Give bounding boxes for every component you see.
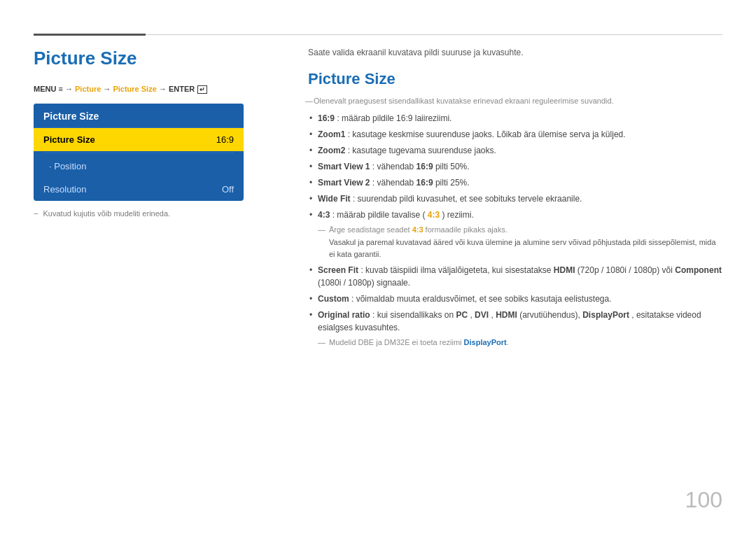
sub-note-1: Ärge seadistage seadet 4:3 formaadile pi… — [318, 225, 722, 234]
bullet-screenfit-text3: (1080i / 1080p) signaale. — [318, 278, 410, 288]
bullet-original-hdmi: HDMI — [496, 310, 517, 320]
page-number: 100 — [685, 487, 722, 513]
item-label-position: · Position — [43, 161, 86, 171]
sub-note-2: Vasakul ja paremal kuvatavad ääred või k… — [329, 237, 722, 260]
bullet-43: 4:3 : määrab pildile tavalise ( 4:3 ) re… — [308, 209, 722, 221]
bullet-original-bold: Original ratio — [318, 310, 370, 320]
enter-icon: ↵ — [197, 85, 207, 94]
picture-link: Picture — [75, 85, 101, 93]
bullet-43-bold: 4:3 — [318, 210, 330, 220]
top-line-light — [146, 34, 722, 35]
bullet-screenfit-text: : kuvab täispiidi ilma väljalõigeteta, k… — [360, 265, 553, 275]
bullet-16-9-text: : määrab pildile 16:9 laiireziimi. — [337, 113, 451, 123]
bullet-screenfit-hdmi: HDMI — [554, 265, 575, 275]
panel-item-position[interactable]: · Position — [34, 155, 244, 178]
bullet-43-orange: 4:3 — [428, 210, 440, 220]
bullet-original-text4: (arvutiühendus), — [519, 310, 582, 320]
bullet-smartview1-text: : vähendab — [372, 162, 416, 171]
footnote: − Kuvatud kujutis võib mudeliti erineda. — [34, 209, 286, 218]
bullet-smartview2-text2: pilti 25%. — [435, 178, 470, 188]
bullet-custom: Custom : võimaldab muuta eraldusvõimet, … — [308, 293, 722, 305]
bullet-screenfit: Screen Fit : kuvab täispiidi ilma väljal… — [308, 264, 722, 289]
item-value-picture-size: 16:9 — [216, 134, 234, 145]
arrow2: → — [103, 85, 113, 93]
top-line-dark — [34, 34, 146, 36]
bullet-zoom1-text: : kasutage keskmise suurenduse jaoks. Lõ… — [348, 129, 626, 139]
sub-note-3-dp: DisplayPort — [464, 338, 507, 346]
sub-note-1-bold: 4:3 — [412, 225, 424, 234]
bullet-smartview2-169: 16:9 — [416, 178, 433, 188]
bullet-smartview1-169: 16:9 — [416, 162, 433, 171]
bullet-43-text2: ) reziimi. — [442, 210, 473, 220]
bullet-smartview2-text: : vähendab — [372, 178, 416, 188]
bullet-smartview1-bold: Smart View 1 — [318, 162, 370, 171]
page-title: Picture Size — [34, 48, 286, 69]
bullet-smartview1-text2: pilti 50%. — [435, 162, 470, 171]
bullet-original: Original ratio : kui sisendallikaks on P… — [308, 309, 722, 334]
left-column: Picture Size MENU ≡ → Picture → Picture … — [34, 48, 286, 218]
bullet-zoom2-bold: Zoom2 — [318, 146, 345, 155]
item-value-resolution: Off — [222, 184, 234, 195]
panel-title: Picture Size — [34, 104, 244, 128]
item-label-resolution: Resolution — [43, 184, 86, 195]
bullet-16-9-bold: 16:9 — [318, 113, 335, 123]
bullet-screenfit-text2: (720p / 1080i / 1080p) või — [578, 265, 675, 275]
bullet-zoom1-bold: Zoom1 — [318, 129, 345, 139]
bullet-custom-bold: Custom — [318, 294, 349, 304]
bullet-original-pc: PC — [456, 310, 468, 320]
panel-item-resolution[interactable]: Resolution Off — [34, 178, 244, 201]
right-title: Picture Size — [308, 70, 722, 88]
arrow3: → — [159, 85, 169, 93]
panel-item-picture-size[interactable]: Picture Size 16:9 — [34, 128, 244, 151]
sub-note-3: Mudelid DBE ja DM32E ei toeta reziimi Di… — [318, 338, 722, 346]
bullet-smartview1: Smart View 1 : vähendab 16:9 pilti 50%. — [308, 160, 722, 173]
top-decoration — [34, 34, 722, 36]
bullet-custom-text: : võimaldab muuta eraldusvõimet, et see … — [351, 294, 612, 304]
item-label-picture-size: Picture Size — [43, 134, 95, 145]
bullet-smartview2: Smart View 2 : vähendab 16:9 pilti 25%. — [308, 176, 722, 189]
bullet-widefit: Wide Fit : suurendab pildi kuvasuhet, et… — [308, 192, 722, 205]
bullet-screenfit-bold: Screen Fit — [318, 265, 358, 275]
bullet-widefit-bold: Wide Fit — [318, 194, 351, 204]
menu-icon: ≡ — [58, 85, 64, 93]
bullet-43-text: : määrab pildile tavalise ( — [332, 210, 426, 220]
enter-label: ENTER — [169, 85, 197, 93]
bullet-original-dp: DisplayPort — [582, 310, 629, 320]
intro-text: Saate valida ekraanil kuvatava pildi suu… — [308, 48, 722, 57]
right-column: Saate valida ekraanil kuvatava pildi suu… — [308, 48, 722, 349]
page: Picture Size MENU ≡ → Picture → Picture … — [0, 0, 756, 534]
bullet-list-2: Screen Fit : kuvab täispiidi ilma väljal… — [308, 264, 722, 334]
arrow1: → — [65, 85, 75, 93]
bullet-smartview2-bold: Smart View 2 — [318, 178, 370, 188]
bullet-original-dvi: DVI — [475, 310, 489, 320]
bullet-zoom2-text: : kasutage tugevama suurenduse jaoks. — [348, 146, 496, 155]
bullet-original-text: : kui sisendallikaks on — [372, 310, 456, 320]
bullet-screenfit-component: Component — [675, 265, 722, 275]
menu-label: MENU — [34, 85, 56, 93]
picture-size-link: Picture Size — [113, 85, 156, 93]
bullet-zoom2: Zoom2 : kasutage tugevama suurenduse jao… — [308, 144, 722, 157]
footnote-dash: − — [34, 209, 38, 218]
bullet-zoom1: Zoom1 : kasutage keskmise suurenduse jao… — [308, 128, 722, 141]
bullet-widefit-text: : suurendab pildi kuvasuhet, et see sobi… — [353, 194, 582, 204]
main-note: Olenevalt praegusest sisendallikast kuva… — [308, 97, 722, 105]
footnote-text: Kuvatud kujutis võib mudeliti erineda. — [43, 209, 171, 218]
menu-path: MENU ≡ → Picture → Picture Size → ENTER … — [34, 85, 286, 94]
panel-divider — [43, 153, 234, 153]
bullet-list-1: 16:9 : määrab pildile 16:9 laiireziimi. … — [308, 112, 722, 221]
ui-panel: Picture Size Picture Size 16:9 · Positio… — [34, 104, 244, 201]
bullet-16-9: 16:9 : määrab pildile 16:9 laiireziimi. — [308, 112, 722, 125]
